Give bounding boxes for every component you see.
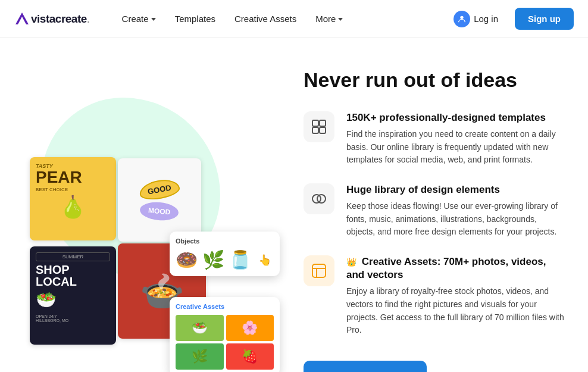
asset-img-2: 🌸 xyxy=(226,315,274,341)
nav-links: Create Templates Creative Assets More xyxy=(114,9,445,29)
feature-icon-elements xyxy=(304,183,334,214)
grid-icon xyxy=(311,118,327,135)
logo-icon xyxy=(14,11,30,27)
create-design-button[interactable]: Create a design xyxy=(304,361,427,372)
feature-creative-assets: 👑 Creative Assets: 70M+ photos, videos, … xyxy=(304,255,564,337)
feature-desc-assets: Enjoy a library of royalty-free stock ph… xyxy=(346,285,564,337)
panel-objects-title: Objects xyxy=(176,237,274,245)
panel-objects: Objects 🍩 🌿 🫙 👆 xyxy=(170,232,280,276)
chevron-down-icon xyxy=(151,18,156,21)
card-shop: SUMMER SHOP LOCAL 🥗 OPEN 24/7 HILLSBORO,… xyxy=(30,246,116,345)
panel-item-donut: 🍩 xyxy=(176,249,198,270)
svg-rect-3 xyxy=(312,120,318,126)
card-shop-title: SHOP LOCAL xyxy=(36,264,110,287)
feature-title-templates: 150K+ professionally-designed templates xyxy=(346,111,564,124)
feature-icon-templates xyxy=(304,111,334,142)
card-shop-label: SUMMER xyxy=(36,252,110,261)
feature-desc-elements: Keep those ideas flowing! Use our ever-g… xyxy=(346,200,564,239)
feature-title-assets: 👑 Creative Assets: 70M+ photos, videos, … xyxy=(346,255,564,282)
card-shop-location: HILLSBORO, MO xyxy=(36,318,110,323)
svg-rect-6 xyxy=(320,127,326,133)
logo[interactable]: vistacreate. xyxy=(14,11,90,27)
login-button[interactable]: Log in xyxy=(444,6,508,32)
card-pear: tasty PEAR BEST CHOICE 🍐 xyxy=(30,157,116,240)
asset-img-3: 🌿 xyxy=(176,343,224,370)
user-icon xyxy=(453,11,470,27)
asset-grid: 🥗 🌸 🌿 🍓 xyxy=(176,315,274,370)
left-visual: tasty PEAR BEST CHOICE 🍐 GOOD MOOD SUMME… xyxy=(18,62,292,360)
nav-actions: Log in Sign up xyxy=(444,6,574,32)
navbar: vistacreate. Create Templates Creative A… xyxy=(0,0,588,38)
feature-desc-templates: Find the inspiration you need to create … xyxy=(346,128,564,167)
logo-wordmark: vistacreate. xyxy=(31,12,90,26)
nav-item-create[interactable]: Create xyxy=(114,9,164,29)
asset-img-1: 🥗 xyxy=(176,315,224,341)
asset-img-4: 🍓 xyxy=(226,343,274,370)
panel-assets: Creative Assets 🥗 🌸 🌿 🍓 xyxy=(170,297,280,372)
crown-badge: 👑 xyxy=(346,257,356,267)
feature-text-templates: 150K+ professionally-designed templates … xyxy=(346,111,564,167)
card-shop-open: OPEN 24/7 xyxy=(36,314,110,318)
pear-emoji: 🍐 xyxy=(36,195,110,220)
svg-rect-9 xyxy=(312,264,326,277)
panel-objects-items: 🍩 🌿 🫙 👆 xyxy=(176,249,274,270)
panel-item-jar: 🫙 xyxy=(229,249,251,270)
nav-item-more[interactable]: More xyxy=(307,9,351,29)
svg-point-2 xyxy=(460,15,463,18)
nav-item-creative-assets[interactable]: Creative Assets xyxy=(226,9,305,29)
right-content: Never run out of ideas 150K+ professiona… xyxy=(292,62,564,372)
svg-rect-4 xyxy=(320,120,326,126)
chevron-down-icon xyxy=(338,18,343,21)
card-pear-title: PEAR xyxy=(36,169,110,186)
page-title: Never run out of ideas xyxy=(304,68,564,92)
main-content: tasty PEAR BEST CHOICE 🍐 GOOD MOOD SUMME… xyxy=(0,38,588,372)
card-shop-image: 🥗 xyxy=(36,290,110,310)
nav-item-templates[interactable]: Templates xyxy=(167,9,224,29)
feature-text-assets: 👑 Creative Assets: 70M+ photos, videos, … xyxy=(346,255,564,337)
sticker-mood: MOOD xyxy=(139,201,180,222)
sticker-good: GOOD xyxy=(138,177,181,202)
card-pear-subtitle: BEST CHOICE xyxy=(36,187,110,192)
cursor-icon: 👆 xyxy=(258,254,271,267)
feature-title-elements: Huge library of design elements xyxy=(346,183,564,196)
feature-icon-assets xyxy=(304,255,334,286)
feature-templates: 150K+ professionally-designed templates … xyxy=(304,111,564,167)
svg-rect-5 xyxy=(312,127,318,133)
signup-button[interactable]: Sign up xyxy=(515,8,574,30)
card-stickers: GOOD MOOD xyxy=(118,158,201,242)
feature-text-elements: Huge library of design elements Keep tho… xyxy=(346,183,564,239)
elements-icon xyxy=(311,190,327,207)
feature-design-elements: Huge library of design elements Keep tho… xyxy=(304,183,564,239)
panel-item-plant: 🌿 xyxy=(202,249,224,270)
assets-icon xyxy=(311,262,327,279)
panel-assets-title: Creative Assets xyxy=(176,303,274,310)
